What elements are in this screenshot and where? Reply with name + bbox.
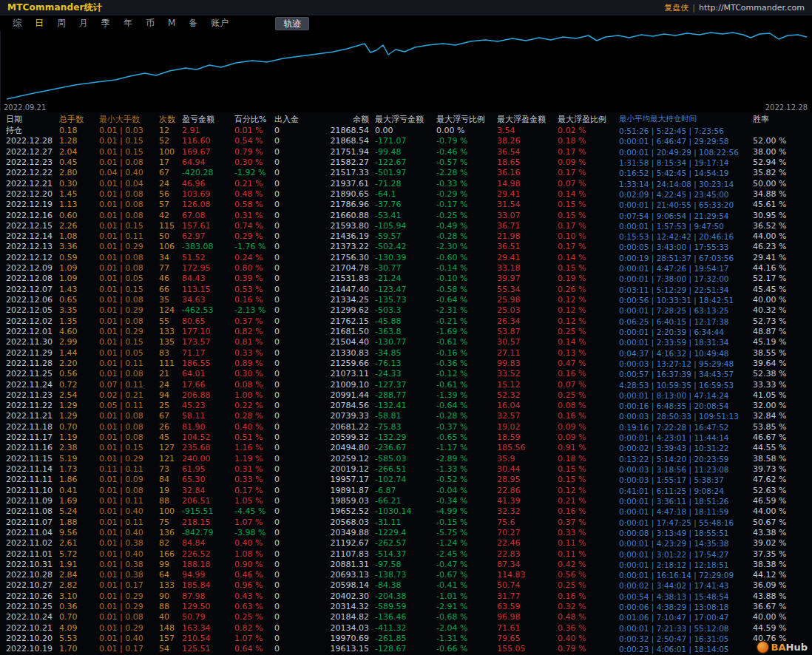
cell-percent: 0.64 % [234,644,274,654]
menu-tab-6[interactable]: 年 [117,16,139,31]
col-header-win-rate[interactable]: 胜率 [753,114,812,125]
cell-hold-time: 0:00:01 | 4:23:29 | 14:35:38 [619,538,753,549]
table-row[interactable]: 2022.10.191.700.01 | 0.1754125.510.64 %0… [0,644,812,654]
table-row[interactable]: 2022.12.133.360.01 | 0.29106-383.08-1.76… [0,242,812,252]
menu-tab-5[interactable]: 季 [95,16,117,31]
track-button[interactable]: 轨迹 [275,17,309,30]
table-row[interactable]: 2022.11.221.290.05 | 0.112545.230.22 %02… [0,401,812,411]
cell-min-max-lots: 0.01 | 0.29 [99,591,159,602]
equity-curve-chart[interactable]: 2022.09.21 2022.12.28 [0,31,812,112]
col-header-min-max-lots[interactable]: 最小大手数 [99,114,159,125]
watermark-text: BAHub [771,642,808,653]
table-row[interactable]: 2022.11.250.560.01 | 0.082164.010.30 %02… [0,369,812,379]
cell-min-max-lots: 0.01 | 0.08 [99,295,159,305]
table-row[interactable]: 2022.10.311.910.01 | 0.3899188.180.90 %0… [0,560,812,570]
table-row[interactable]: 2022.10.282.840.01 | 0.386494.990.46 %02… [0,570,812,580]
cell-count: 99 [159,560,182,570]
table-row[interactable]: 2022.12.071.430.01 | 0.1566113.150.53 %0… [0,285,812,295]
table-row[interactable]: 2022.12.081.090.01 | 0.054684.430.39 %02… [0,274,812,284]
table-row[interactable]: 2022.11.180.700.01 | 0.082681.900.40 %02… [0,422,812,432]
table-row[interactable]: 2022.12.060.650.01 | 0.083534.630.16 %02… [0,295,812,305]
table-row[interactable]: 2022.11.141.730.11 | 0.117361.950.31 %02… [0,464,812,475]
col-header-max-float-profit-pct[interactable]: 最大浮盈比例 [558,114,619,125]
table-row[interactable]: 2022.11.291.440.01 | 0.058371.170.33 %02… [0,348,812,359]
table-row[interactable]: 2022.10.240.700.01 | 0.084050.790.25 %02… [0,612,812,622]
table-row[interactable]: 2022.11.111.860.01 | 0.098465.300.33 %01… [0,475,812,485]
cell-min-max-lots: 0.01 | 0.11 [99,496,159,506]
table-row[interactable]: 2022.11.155.190.01 | 0.29121240.001.19 %… [0,454,812,464]
table-row[interactable]: 2022.12.272.040.01 | 0.15100169.670.79 %… [0,147,812,157]
table-row[interactable]: 2022.11.015.720.01 | 0.40166226.521.08 %… [0,549,812,560]
col-header-hold-time[interactable]: 最小平均最大持仓时间 [619,114,753,124]
cell-hold-time: 0:00:03 | 3:18:56 | 11:23:08 [619,464,753,475]
table-row[interactable]: 2022.12.120.590.01 | 0.083451.520.24 %02… [0,253,812,263]
cell-pnl-amount: 61.95 [182,464,234,475]
table-row[interactable]: 2022.11.232.540.02 | 0.2194206.881.00 %0… [0,390,812,401]
cell-max-float-profit-pct: 0.13 % [558,348,619,359]
table-row[interactable]: 2022.11.282.200.01 | 0.11111186.550.89 %… [0,359,812,369]
col-header-total-lots[interactable]: 总手数 [59,114,99,125]
cell-pnl-amount: 80.65 [182,316,234,327]
equity-curve-svg [1,31,812,102]
col-header-pnl-amount[interactable]: 盈亏金额 [182,114,234,125]
col-header-max-float-loss[interactable]: 最大浮亏金额 [375,114,436,125]
table-row[interactable]: 2022.11.071.880.01 | 0.1175218.151.07 %0… [0,517,812,528]
table-row[interactable]: 2022.12.141.080.01 | 0.115062.970.29 %02… [0,231,812,242]
col-header-date[interactable]: 日期 [6,114,59,125]
table-row[interactable]: 2022.11.100.410.01 | 0.081932.840.17 %01… [0,486,812,496]
table-row[interactable]: 2022.10.205.530.01 | 0.40157210.541.07 %… [0,634,812,644]
table-row[interactable]: 2022.12.191.130.01 | 0.0857126.080.58 %0… [0,200,812,210]
table-row[interactable]: 2022.12.091.090.01 | 0.0877172.950.80 %0… [0,263,812,274]
table-row[interactable]: 2022.10.263.100.01 | 0.299087.980.43 %02… [0,591,812,602]
table-row[interactable]: 2022.11.171.190.01 | 0.0845104.520.51 %0… [0,432,812,443]
table-row[interactable]: 2022.12.152.260.01 | 0.15115157.610.74 %… [0,221,812,231]
cell-balance: 21681.50 [314,327,375,337]
cell-max-float-profit-pct: 0.16 % [558,506,619,517]
table-row[interactable]: 2022.12.021.350.01 | 0.085580.650.37 %02… [0,316,812,327]
cell-count: 45 [159,432,182,443]
table-row[interactable]: 2022.12.230.450.01 | 0.081764.940.30 %02… [0,157,812,168]
table-row[interactable]: 2022.11.211.290.01 | 0.086758.110.28 %02… [0,411,812,421]
col-header-max-float-profit[interactable]: 最大浮盈金额 [497,114,558,125]
cell-hold-time: 0:03:11 | 5:12:29 | 22:51:34 [619,285,753,295]
menu-tab-1[interactable]: 综 [6,16,28,31]
table-row[interactable]: 2022.10.250.360.01 | 0.2988129.500.63 %0… [0,602,812,612]
table-row[interactable]: 2022.10.272.820.01 | 0.17133185.840.96 %… [0,580,812,591]
table-row[interactable]: 2022.12.014.600.01 | 0.29133177.100.82 %… [0,327,812,337]
cell-count: 55 [159,316,182,327]
table-row[interactable]: 2022.12.222.800.04 | 0.4067-420.28-1.92 … [0,168,812,178]
menu-tab-8[interactable]: M [161,16,182,31]
table-row[interactable]: 2022.12.210.300.01 | 0.042446.960.21 %02… [0,179,812,189]
cell-in-out: 0 [274,432,314,443]
table-row[interactable]: 2022.12.160.600.01 | 0.084267.080.31 %02… [0,211,812,221]
cell-min-max-lots: 0.01 | 0.38 [99,570,159,580]
table-row[interactable]: 2022.11.049.560.01 | 0.40136-842.79-3.98… [0,528,812,538]
table-row[interactable]: 2022.11.091.690.01 | 0.1188206.511.05 %0… [0,496,812,506]
table-row[interactable]: 2022.11.162.380.01 | 0.15127235.681.16 %… [0,443,812,453]
menu-tab-4[interactable]: 月 [72,16,95,31]
col-header-percent[interactable]: 百分比% [234,114,274,125]
col-header-max-float-loss-pct[interactable]: 最大浮亏比例 [436,114,497,125]
col-header-in-out[interactable]: 出入金 [274,114,314,125]
cell-in-out: 0 [274,295,314,305]
menu-tab-2[interactable]: 日 [28,16,50,31]
col-header-count[interactable]: 次数 [159,114,182,125]
menu-tab-3[interactable]: 周 [50,16,72,31]
menu-tab-9[interactable]: 备 [182,16,204,31]
cell-max-float-loss-pct: -0.65 % [436,432,497,443]
menu-tab-7[interactable]: 币 [139,16,161,31]
table-row[interactable]: 2022.12.201.450.01 | 0.0856103.690.48 %0… [0,189,812,200]
col-header-balance[interactable]: 余额 [314,114,375,125]
table-row[interactable]: 2022.10.214.090.01 | 0.29148163.340.82 %… [0,623,812,634]
table-row[interactable]: 2022.11.085.240.01 | 0.40100-915.51-4.45… [0,506,812,517]
cell-in-out: 0 [274,189,314,200]
cell-hold-time: 0:00:01 | 3:36:11 | 18:51:26 [619,496,753,506]
menu-tab-10[interactable]: 账户 [204,16,235,31]
table-row[interactable]: 2022.12.053.350.01 | 0.29124-462.53-2.13… [0,305,812,316]
table-row[interactable]: 2022.12.281.280.01 | 0.1552116.600.54 %0… [0,136,812,146]
table-row[interactable]: 2022.11.302.990.01 | 0.15135173.570.81 %… [0,337,812,347]
table-row[interactable]: 2022.11.240.720.07 | 0.112417.660.08 %02… [0,380,812,390]
table-row[interactable]: 2022.11.022.610.01 | 0.388284.840.40 %02… [0,538,812,549]
table-row[interactable]: 持仓0.180.01 | 0.03122.910.01 %021868.540.… [0,126,812,136]
brand-url-link[interactable]: http://MTCommander.com [699,3,805,13]
